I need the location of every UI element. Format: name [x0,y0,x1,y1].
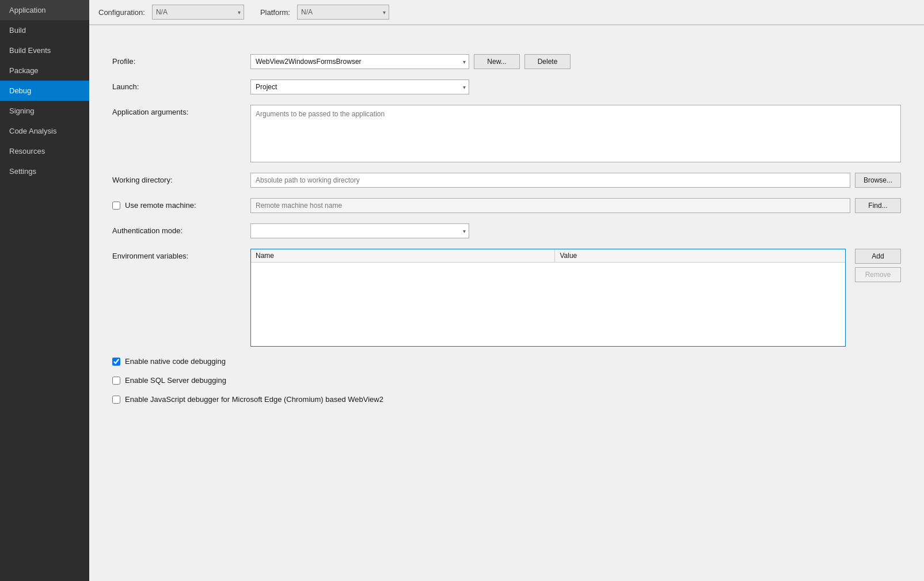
add-button[interactable]: Add [855,249,901,264]
use-remote-checkbox[interactable] [112,202,120,210]
env-name-col: Name [251,249,555,263]
sidebar-item-build-events[interactable]: Build Events [0,40,89,60]
configuration-label: Configuration: [98,8,145,17]
auth-select-wrapper [250,223,469,238]
enable-native-checkbox-group: Enable native code debugging [112,357,226,366]
enable-sql-label: Enable SQL Server debugging [125,376,226,385]
debug-settings-content: Profile: WebView2WindowsFormsBrowser New… [89,37,924,581]
enable-js-row: Enable JavaScript debugger for Microsoft… [112,395,901,404]
env-table-container: Name Value [250,249,846,347]
app-args-controls [250,105,901,162]
enable-native-checkbox[interactable] [112,358,120,366]
auth-mode-label: Authentication mode: [112,223,250,235]
enable-sql-checkbox-group: Enable SQL Server debugging [112,376,226,385]
launch-controls: Project [250,79,901,94]
remove-button[interactable]: Remove [855,267,901,282]
working-dir-label: Working directory: [112,173,250,184]
sidebar-item-build[interactable]: Build [0,20,89,40]
launch-label: Launch: [112,79,250,91]
env-table-header-row: Name Value [251,249,845,263]
sidebar-item-code-analysis[interactable]: Code Analysis [0,121,89,141]
app-args-row: Application arguments: [112,105,901,162]
platform-label: Platform: [260,8,290,17]
browse-button[interactable]: Browse... [855,173,901,188]
launch-select[interactable]: Project [250,79,469,94]
env-buttons: Add Remove [855,249,901,282]
enable-native-row: Enable native code debugging [112,357,901,366]
sidebar-item-signing[interactable]: Signing [0,101,89,121]
profile-row: Profile: WebView2WindowsFormsBrowser New… [112,54,901,69]
topbar: Configuration: N/A Platform: N/A [89,0,924,25]
env-vars-label: Environment variables: [112,249,250,260]
enable-sql-row: Enable SQL Server debugging [112,376,901,385]
main-area: Configuration: N/A Platform: N/A Profile… [89,0,924,581]
profile-select-wrapper: WebView2WindowsFormsBrowser [250,54,469,69]
enable-js-label: Enable JavaScript debugger for Microsoft… [125,395,383,404]
remote-host-input[interactable] [250,198,850,213]
app-args-input[interactable] [250,105,901,162]
sidebar-item-package[interactable]: Package [0,60,89,81]
env-vars-controls: Name Value Add Remove [250,249,901,347]
sidebar-item-settings[interactable]: Settings [0,161,89,181]
delete-button[interactable]: Delete [524,54,571,69]
env-table-wrapper: Name Value [250,249,846,347]
auth-mode-row: Authentication mode: [112,223,901,238]
enable-js-checkbox[interactable] [112,396,120,404]
sidebar: Application Build Build Events Package D… [0,0,89,581]
sidebar-item-debug[interactable]: Debug [0,81,89,101]
launch-row: Launch: Project [112,79,901,94]
enable-sql-checkbox[interactable] [112,377,120,385]
remote-machine-row: Use remote machine: Find... [112,198,901,213]
platform-select[interactable]: N/A [297,5,389,20]
env-value-col: Value [555,249,845,263]
use-remote-label-container: Use remote machine: [112,198,250,210]
use-remote-label: Use remote machine: [125,201,196,210]
env-table: Name Value [251,249,845,263]
auth-mode-select[interactable] [250,223,469,238]
profile-row-inner: WebView2WindowsFormsBrowser New... Delet… [250,54,571,69]
sidebar-item-resources[interactable]: Resources [0,141,89,161]
configuration-select[interactable]: N/A [152,5,244,20]
profile-label: Profile: [112,54,250,66]
remote-controls: Find... [250,198,901,213]
enable-native-label: Enable native code debugging [125,357,226,366]
configuration-select-wrapper: N/A [152,5,244,20]
working-dir-input[interactable] [250,173,850,188]
use-remote-checkbox-group: Use remote machine: [112,201,250,210]
sidebar-item-application[interactable]: Application [0,0,89,20]
new-button[interactable]: New... [474,54,520,69]
launch-select-wrapper: Project [250,79,469,94]
working-dir-controls: Browse... [250,173,901,188]
find-button[interactable]: Find... [855,198,901,213]
profile-controls: WebView2WindowsFormsBrowser New... Delet… [250,54,901,69]
platform-select-wrapper: N/A [297,5,389,20]
working-dir-row: Working directory: Browse... [112,173,901,188]
enable-js-checkbox-group: Enable JavaScript debugger for Microsoft… [112,395,383,404]
env-vars-row: Environment variables: Name Value [112,249,901,347]
auth-mode-controls [250,223,901,238]
app-args-label: Application arguments: [112,105,250,116]
profile-select[interactable]: WebView2WindowsFormsBrowser [250,54,469,69]
